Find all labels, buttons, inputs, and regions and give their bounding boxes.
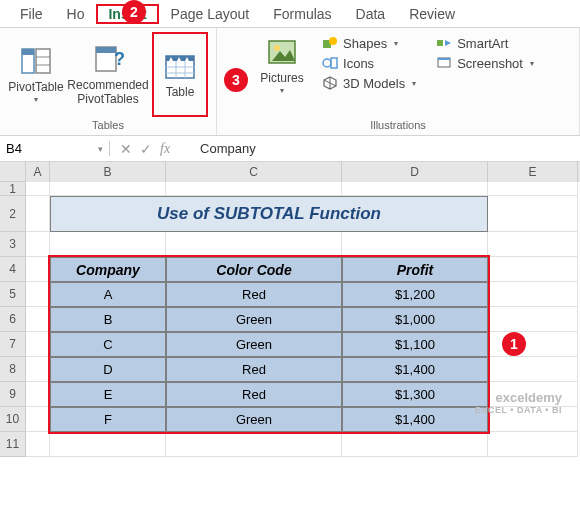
3d-models-button[interactable]: 3D Models▾ [318,74,420,92]
svg-text:?: ? [114,49,124,69]
row-header[interactable]: 11 [0,432,26,457]
title-cell[interactable]: Use of SUBTOTAL Function [50,196,488,232]
pivottable-button[interactable]: PivotTable ▾ [8,32,64,117]
caret-down-icon: ▾ [34,96,38,105]
row-header[interactable]: 1 [0,182,26,196]
pivottable-label: PivotTable [8,81,63,94]
table-cell[interactable]: $1,000 [342,307,488,332]
shapes-label: Shapes [343,36,387,51]
caret-down-icon: ▾ [394,39,398,48]
table-cell[interactable]: Green [166,307,342,332]
row-header[interactable]: 7 [0,332,26,357]
shapes-button[interactable]: Shapes▾ [318,34,420,52]
pictures-label: Pictures [260,72,303,85]
table-label: Table [166,86,195,99]
table-cell[interactable]: Green [166,407,342,432]
smartart-button[interactable]: SmartArt [432,34,538,52]
recommended-pivottables-button[interactable]: ? Recommended PivotTables [68,32,148,117]
table-cell[interactable]: B [50,307,166,332]
tab-review[interactable]: Review [397,6,467,22]
col-header-c[interactable]: C [166,162,342,182]
icons-button[interactable]: Icons [318,54,420,72]
table-cell[interactable]: A [50,282,166,307]
svg-rect-2 [36,49,50,73]
name-box[interactable]: B4 ▾ [0,141,110,156]
svg-rect-27 [437,40,443,46]
row-headers: 1 2 3 4 5 6 7 8 9 10 11 [0,182,26,457]
enter-icon[interactable]: ✓ [140,141,152,157]
svg-rect-6 [96,47,116,53]
table-cell[interactable]: Red [166,282,342,307]
screenshot-button[interactable]: Screenshot▾ [432,54,538,72]
table-cell[interactable]: $1,200 [342,282,488,307]
header-company[interactable]: Company [50,257,166,282]
row-header[interactable]: 5 [0,282,26,307]
table-cell[interactable]: $1,400 [342,407,488,432]
row-header[interactable]: 8 [0,357,26,382]
svg-point-18 [274,45,280,51]
table-cell[interactable]: $1,300 [342,382,488,407]
table-icon [164,50,196,82]
row-header[interactable]: 6 [0,307,26,332]
cells-area[interactable]: Use of SUBTOTAL Function Company Color C… [26,182,580,457]
col-header-a[interactable]: A [26,162,50,182]
header-profit[interactable]: Profit [342,257,488,282]
illustrations-group-label: Illustrations [370,117,426,133]
col-header-e[interactable]: E [488,162,578,182]
table-cell[interactable]: F [50,407,166,432]
callout-3: 3 [224,68,248,92]
cancel-icon[interactable]: ✕ [120,141,132,157]
fx-icon[interactable]: fx [160,141,170,157]
data-table: Company Color Code Profit ARed$1,200 BGr… [50,257,488,432]
tab-data[interactable]: Data [344,6,398,22]
watermark: exceldemy EXCEL • DATA • BI [475,390,562,415]
row-header[interactable]: 4 [0,257,26,282]
table-cell[interactable]: E [50,382,166,407]
icons-icon [322,55,338,71]
ribbon-group-tables: PivotTable ▾ ? Recommended PivotTables T… [0,28,217,135]
recommended-pivottables-icon: ? [92,43,124,75]
svg-point-22 [323,59,331,67]
tables-group-label: Tables [92,117,124,133]
row-header[interactable]: 3 [0,232,26,257]
tab-formulas[interactable]: Formulas [261,6,343,22]
shapes-icon [322,35,338,51]
caret-down-icon: ▾ [530,59,534,68]
col-header-b[interactable]: B [50,162,166,182]
header-color-code[interactable]: Color Code [166,257,342,282]
table-cell[interactable]: D [50,357,166,382]
column-headers: A B C D E [0,162,580,182]
smartart-icon [436,35,452,51]
formula-value[interactable]: Company [180,141,256,156]
icons-label: Icons [343,56,374,71]
table-cell[interactable]: Red [166,357,342,382]
3d-models-label: 3D Models [343,76,405,91]
select-all-corner[interactable] [0,162,26,182]
tab-file[interactable]: File [8,6,55,22]
svg-point-21 [329,37,337,45]
table-button[interactable]: Table [152,32,208,117]
col-header-d[interactable]: D [342,162,488,182]
smartart-label: SmartArt [457,36,508,51]
table-cell[interactable]: C [50,332,166,357]
watermark-main: exceldemy [475,390,562,405]
watermark-sub: EXCEL • DATA • BI [475,405,562,415]
worksheet: A B C D E 1 2 3 4 5 6 7 8 9 10 11 [0,162,580,457]
screenshot-label: Screenshot [457,56,523,71]
svg-marker-28 [445,40,451,46]
screenshot-icon [436,55,452,71]
row-header[interactable]: 10 [0,407,26,432]
table-cell[interactable]: Red [166,382,342,407]
row-header[interactable]: 2 [0,196,26,232]
recommended-label: Recommended PivotTables [67,79,148,105]
row-header[interactable]: 9 [0,382,26,407]
pictures-icon [266,36,298,68]
table-cell[interactable]: $1,100 [342,332,488,357]
svg-rect-30 [438,58,450,60]
table-cell[interactable]: $1,400 [342,357,488,382]
callout-1: 1 [502,332,526,356]
table-cell[interactable]: Green [166,332,342,357]
tab-home[interactable]: Ho [55,6,97,22]
pictures-button[interactable]: Pictures ▾ [254,32,310,100]
tab-page-layout[interactable]: Page Layout [159,6,262,22]
